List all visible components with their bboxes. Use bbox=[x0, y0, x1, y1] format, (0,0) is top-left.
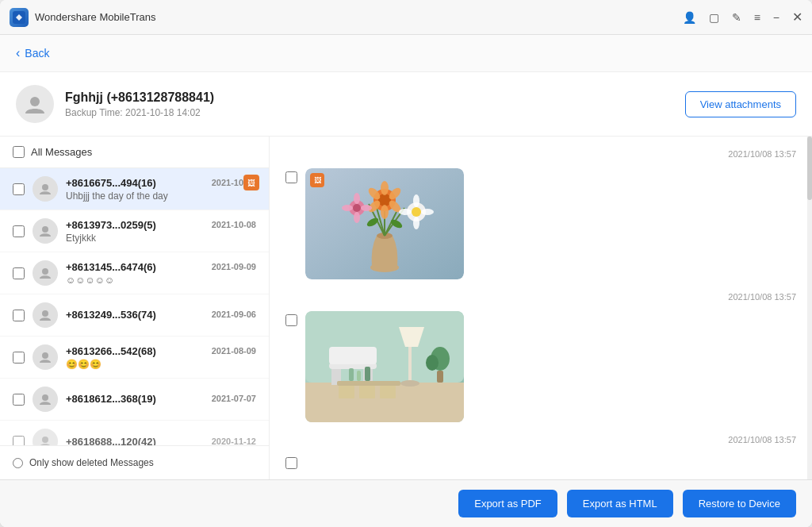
app-window: Wondershare MobileTrans 👤 ▢ ✎ ≡ − ✕ ‹ Ba… bbox=[0, 0, 812, 527]
message-checkbox[interactable] bbox=[285, 171, 297, 183]
contact-item-name: +8613266...542(68) 2021-08-09 bbox=[66, 345, 256, 357]
svg-point-6 bbox=[42, 352, 48, 359]
svg-point-34 bbox=[354, 212, 360, 223]
export-pdf-button[interactable]: Export as PDF bbox=[458, 490, 557, 517]
contact-checkbox[interactable] bbox=[13, 352, 25, 364]
contact-checkbox[interactable] bbox=[13, 394, 25, 406]
contact-checkbox[interactable] bbox=[13, 310, 25, 321]
contact-item-name: +8616675...494(16) 2021-10-18 bbox=[66, 177, 256, 189]
image-badge-icon: 🖼 bbox=[314, 176, 321, 184]
contact-item-preview: ☺️☺️☺️☺️☺️ bbox=[66, 275, 256, 286]
image-container: 🖼 bbox=[305, 168, 464, 279]
avatar bbox=[33, 302, 58, 328]
back-label: Back bbox=[25, 47, 49, 60]
list-item[interactable]: +8616675...494(16) 2021-10-18 Uhbjjj the… bbox=[0, 168, 269, 210]
titlebar: Wondershare MobileTrans 👤 ▢ ✎ ≡ − ✕ bbox=[0, 0, 812, 35]
svg-point-2 bbox=[42, 184, 48, 190]
svg-point-19 bbox=[381, 181, 389, 195]
message-item bbox=[285, 454, 796, 469]
contact-item-info: +8618688...120(42) 2020-11-12 bbox=[66, 436, 256, 446]
avatar bbox=[33, 218, 58, 244]
user-icon[interactable]: 👤 bbox=[683, 11, 696, 24]
svg-point-36 bbox=[361, 205, 372, 211]
svg-rect-50 bbox=[359, 386, 375, 398]
message-item bbox=[285, 311, 796, 422]
all-messages-label[interactable]: All Messages bbox=[31, 146, 92, 158]
contact-item-info: +8618612...368(19) 2021-07-07 bbox=[66, 393, 256, 406]
restore-to-device-button[interactable]: Restore to Device bbox=[683, 490, 796, 517]
message-timestamp: 2021/10/08 13:57 bbox=[285, 435, 796, 444]
menu-icon[interactable]: ≡ bbox=[754, 11, 760, 24]
list-item[interactable]: +8613249...536(74) 2021-09-06 bbox=[0, 294, 269, 337]
svg-point-18 bbox=[378, 194, 391, 206]
titlebar-left: Wondershare MobileTrans bbox=[10, 8, 155, 27]
only-deleted-label[interactable]: Only show deleted Messages bbox=[29, 457, 154, 468]
message-timestamp: 2021/10/08 13:57 bbox=[285, 149, 796, 159]
contact-item-preview: 😊😊😊 bbox=[66, 359, 256, 370]
minimize-icon[interactable]: − bbox=[773, 11, 779, 24]
contact-checkbox[interactable] bbox=[13, 267, 25, 279]
svg-rect-54 bbox=[365, 367, 370, 381]
edit-icon[interactable]: ✎ bbox=[732, 11, 741, 24]
messages-area: 2021/10/08 13:57 bbox=[270, 137, 812, 479]
message-timestamp: 2021/10/08 13:57 bbox=[285, 292, 796, 302]
contact-item-info: +8613266...542(68) 2021-08-09 😊😊😊 bbox=[66, 345, 256, 370]
svg-point-1 bbox=[30, 97, 40, 106]
avatar bbox=[33, 176, 58, 202]
list-item[interactable]: +8613266...542(68) 2021-08-09 😊😊😊 bbox=[0, 337, 269, 379]
message-group: 2021/10/08 13:57 bbox=[285, 292, 796, 422]
list-item[interactable]: +8618612...368(19) 2021-07-07 bbox=[0, 379, 269, 421]
contact-item-preview: Etyjkkk bbox=[66, 233, 256, 244]
svg-point-43 bbox=[400, 380, 419, 387]
left-panel: All Messages +8616675...494(16) 202 bbox=[0, 137, 270, 479]
close-icon[interactable]: ✕ bbox=[792, 10, 802, 25]
svg-rect-48 bbox=[337, 381, 400, 386]
app-title: Wondershare MobileTrans bbox=[35, 11, 155, 23]
svg-rect-53 bbox=[357, 371, 361, 381]
message-group: 2021/10/08 13:57 bbox=[285, 435, 796, 469]
list-item[interactable]: +8618688...120(42) 2020-11-12 bbox=[0, 421, 269, 445]
svg-rect-52 bbox=[349, 368, 354, 381]
content-area: ‹ Back Fghhjj (+8613128788841) Backup Ti… bbox=[0, 35, 812, 479]
contact-item-info: +8613973...0259(5) 2021-10-08 Etyjkkk bbox=[66, 219, 256, 244]
contact-checkbox[interactable] bbox=[13, 225, 25, 237]
svg-point-33 bbox=[354, 193, 360, 204]
svg-rect-49 bbox=[339, 386, 354, 398]
svg-rect-47 bbox=[329, 347, 377, 364]
message-checkbox[interactable] bbox=[285, 314, 297, 326]
scrollbar-thumb[interactable] bbox=[807, 137, 812, 200]
titlebar-controls: 👤 ▢ ✎ ≡ − ✕ bbox=[683, 10, 802, 25]
contact-checkbox[interactable] bbox=[13, 183, 25, 195]
app-icon bbox=[10, 8, 29, 27]
contact-checkbox[interactable] bbox=[13, 436, 25, 446]
contacts-list: +8616675...494(16) 2021-10-18 Uhbjjj the… bbox=[0, 168, 269, 445]
right-panel: 2021/10/08 13:57 bbox=[270, 137, 812, 479]
avatar bbox=[33, 429, 58, 445]
back-button[interactable]: ‹ Back bbox=[16, 46, 796, 60]
contact-item-name: +8618688...120(42) 2020-11-12 bbox=[66, 436, 256, 446]
list-item[interactable]: +8613145...6474(6) 2021-09-09 ☺️☺️☺️☺️☺️ bbox=[0, 252, 269, 294]
window-icon[interactable]: ▢ bbox=[709, 11, 719, 24]
flower-image bbox=[305, 168, 464, 279]
svg-point-26 bbox=[412, 207, 421, 217]
export-html-button[interactable]: Export as HTML bbox=[567, 490, 673, 517]
media-badge: 🖼 bbox=[243, 175, 259, 190]
view-attachments-button[interactable]: View attachments bbox=[685, 91, 796, 117]
main-body: All Messages +8616675...494(16) 202 bbox=[0, 137, 812, 479]
contact-name: Fghhjj (+8613128788841) bbox=[65, 90, 214, 105]
svg-point-5 bbox=[42, 310, 48, 317]
contact-item-name: +8613145...6474(6) 2021-09-09 bbox=[66, 261, 256, 273]
deleted-messages-option: Only show deleted Messages bbox=[0, 445, 269, 479]
avatar bbox=[33, 260, 58, 286]
message-checkbox[interactable] bbox=[285, 457, 297, 469]
contact-backup-time: Backup Time: 2021-10-18 14:02 bbox=[65, 107, 214, 118]
svg-point-4 bbox=[42, 268, 48, 275]
scrollbar[interactable] bbox=[807, 137, 812, 479]
footer: Export as PDF Export as HTML Restore to … bbox=[0, 479, 812, 527]
svg-point-3 bbox=[42, 226, 48, 233]
all-messages-checkbox[interactable] bbox=[13, 146, 25, 158]
list-item[interactable]: +8613973...0259(5) 2021-10-08 Etyjkkk bbox=[0, 210, 269, 252]
contact-item-preview: Uhbjjj the day of the day bbox=[66, 190, 256, 202]
only-deleted-radio[interactable] bbox=[13, 458, 23, 468]
contact-item-info: +8616675...494(16) 2021-10-18 Uhbjjj the… bbox=[66, 177, 256, 202]
